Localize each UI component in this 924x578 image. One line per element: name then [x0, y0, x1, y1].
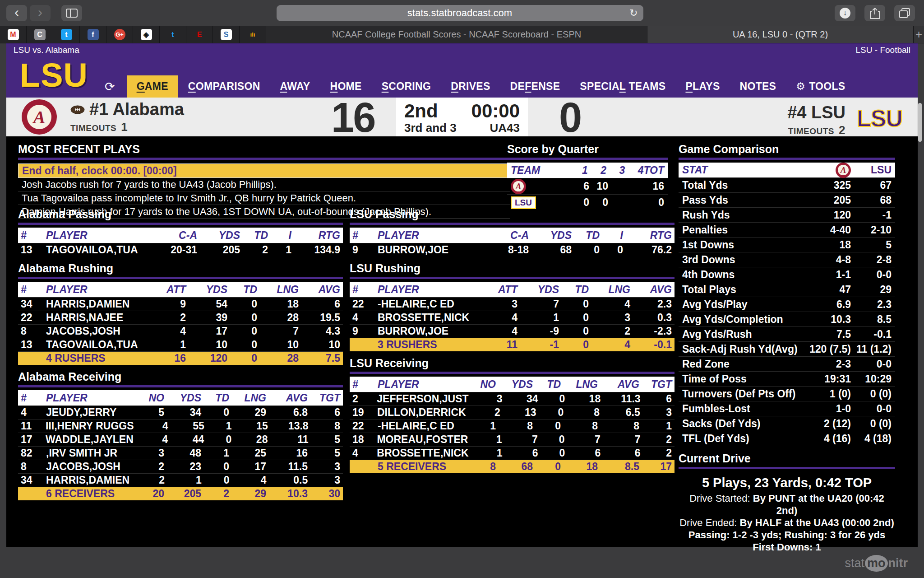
cell: 3	[310, 461, 343, 473]
cell: 1	[642, 420, 675, 432]
table-total-row: 3 RUSHERS11-104-0.1	[350, 338, 675, 351]
sidebar-icon	[66, 9, 78, 18]
column-header: TD	[562, 284, 591, 296]
home-value: 0-0	[854, 403, 895, 415]
ball-on: UA43	[490, 121, 520, 135]
cell: MOREAU,FOSTER	[371, 434, 471, 446]
score-by-quarter-title: Score by Quarter	[507, 143, 668, 156]
pinned-tab[interactable]: G+	[106, 26, 133, 43]
column-header: PLAYER	[41, 229, 148, 242]
pinned-tab[interactable]: f	[80, 26, 106, 43]
pinned-tab[interactable]: t	[53, 26, 80, 43]
cell: 10	[301, 339, 343, 351]
twitter-bird-icon: t	[167, 29, 179, 40]
nav-item-away[interactable]: AWAY	[270, 75, 320, 98]
shield-app-icon: S	[221, 29, 232, 40]
downloads-button[interactable]: ↓	[835, 5, 855, 21]
column-header: ATT	[147, 284, 189, 296]
cell: 17	[232, 461, 269, 473]
period: 2nd	[404, 100, 438, 122]
home-value: 0-0	[854, 358, 895, 370]
pinned-tab[interactable]: ◈	[133, 26, 160, 43]
cell: 10	[189, 339, 230, 351]
drive-summary: 5 Plays, 23 Yards, 0:42 TOP	[679, 475, 895, 490]
address-bar[interactable]: stats.statbroadcast.com ↻	[277, 5, 643, 21]
cell: JACOBS,JOSH	[41, 325, 147, 337]
nav-item-special-teams[interactable]: SPECIAL TEAMS	[570, 75, 675, 98]
alabama-rushing-section: Alabama Rushing #PLAYERATTYDSTDLNGAVG34H…	[18, 262, 343, 365]
pinned-tab[interactable]: E	[186, 26, 213, 43]
nav-item-tools[interactable]: ⚙TOOLS	[786, 75, 855, 98]
recent-plays-section: MOST RECENT PLAYS End of half, clock 00:…	[18, 143, 510, 219]
cell: 19.5	[301, 312, 343, 324]
page-scrollbar[interactable]	[918, 103, 922, 142]
pinned-tab[interactable]: M	[0, 26, 27, 43]
clock-time: 00:00	[471, 100, 520, 122]
cell: 9	[350, 325, 372, 337]
tab-espn-scoreboard[interactable]: NCAAF College Football Scores - NCAAF Sc…	[266, 26, 647, 43]
cell: 39	[189, 312, 230, 324]
stat-column-header: STAT	[679, 164, 799, 176]
nav-item-notes[interactable]: NOTES	[730, 75, 786, 98]
cell: 23	[167, 461, 204, 473]
cell: TAGOVAILOA,TUA	[41, 244, 148, 256]
table-header-row: #PLAYERNOYDSTDLNGAVGTGT	[350, 377, 675, 392]
reload-icon[interactable]: ↻	[629, 7, 638, 19]
table-header-row: #PLAYERNOYDSTDLNGAVGTGT	[18, 390, 343, 406]
game-title: LSU vs. Alabama	[14, 45, 79, 55]
browser-toolbar: ‹ › stats.statbroadcast.com ↻ ↓	[0, 0, 924, 26]
pinned-tab[interactable]: S	[213, 26, 240, 43]
cell: 205	[167, 488, 204, 500]
column-header: LNG	[564, 378, 601, 391]
cell: 134.9	[294, 244, 343, 256]
cell: 0	[230, 339, 260, 351]
nav-item-plays[interactable]: PLAYS	[675, 75, 730, 98]
cell: 3	[132, 447, 167, 459]
pinned-tab[interactable]: C	[27, 26, 53, 43]
home-value: 8.5	[854, 313, 895, 326]
highlighted-play: End of half, clock 00:00. [00:00]	[18, 163, 510, 178]
column-header: 2	[588, 164, 606, 177]
column-header: YDS	[499, 378, 536, 391]
refresh-icon[interactable]: ⟳	[105, 79, 115, 94]
forward-button[interactable]: ›	[30, 5, 51, 21]
tab-overview-button[interactable]	[894, 5, 915, 21]
tab-statbroadcast-active[interactable]: UA 16, LSU 0 - (QTR 2)	[647, 26, 914, 43]
share-button[interactable]	[864, 5, 885, 21]
nav-item-comparison[interactable]: COMPARISON	[178, 75, 270, 98]
pinned-tab[interactable]: ılı	[240, 26, 266, 43]
cell: 3	[591, 312, 633, 324]
table-row: 17WADDLE,JAYLEN444028115	[18, 433, 343, 446]
table-row: 8JACOBS,JOSH22301711.53	[18, 460, 343, 473]
column-header: YDS	[200, 229, 243, 242]
cell: 5	[132, 406, 167, 419]
down-distance: 3rd and 3	[404, 121, 457, 135]
table-row: 19DILLON,DERRICK213086.53	[350, 406, 675, 419]
gear-icon: ⚙	[796, 80, 805, 92]
alabama-logo: A	[511, 179, 526, 194]
cell: 2	[132, 461, 167, 473]
c-app-icon: C	[34, 29, 46, 40]
table-row: 13TAGOVAILOA,TUA20-3120521134.9	[18, 243, 343, 256]
new-tab-button[interactable]: +	[914, 26, 924, 43]
nav-item-scoring[interactable]: SCORING	[372, 75, 441, 98]
main-nav: ⟳ GAMECOMPARISONAWAYHOMESCORINGDRIVESDEF…	[105, 77, 855, 98]
cell: 6	[568, 447, 603, 459]
table-total-row: 5 RECEIVERS8680188.517	[350, 460, 675, 473]
sidebar-button[interactable]	[61, 5, 82, 21]
cell: DILLON,DERRICK	[372, 406, 469, 419]
nav-item-drives[interactable]: DRIVES	[441, 75, 500, 98]
comparison-row: Sacks (Def Yds)2 (12)0 (0)	[679, 416, 895, 431]
back-button[interactable]: ‹	[6, 5, 27, 21]
nav-item-game[interactable]: GAME	[127, 75, 178, 98]
cell: 0	[204, 461, 232, 473]
away-value: 47	[799, 284, 854, 296]
espn-icon: E	[194, 29, 205, 40]
cell: ,IRV SMITH JR	[41, 447, 132, 459]
tab-bar: MCtfG+◈tESılı NCAAF College Football Sco…	[0, 26, 924, 43]
score-by-quarter-table: TEAM1234TOTA61016LSU000	[507, 163, 668, 210]
pinned-tab[interactable]: t	[160, 26, 186, 43]
stat-label: Avg Yds/Rush	[679, 328, 799, 340]
column-header: TD	[243, 229, 271, 242]
stat-label: Sacks (Def Yds)	[679, 418, 799, 430]
